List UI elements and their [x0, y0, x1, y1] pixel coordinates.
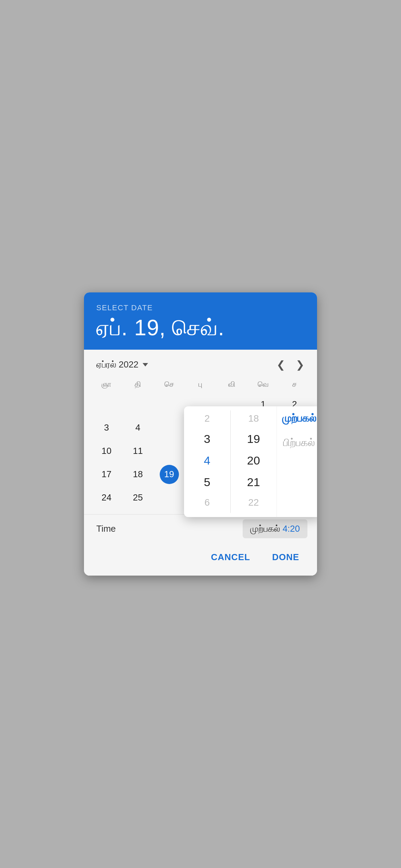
cal-day-10[interactable]: 10: [91, 440, 122, 462]
prev-month-button[interactable]: ❮: [273, 357, 288, 372]
cal-day-19-selected[interactable]: 19: [160, 465, 179, 484]
minute-item-19[interactable]: 19: [231, 428, 277, 450]
minutes-scroll: 18 19 20 21 22: [231, 406, 277, 517]
cal-day-17[interactable]: 17: [91, 463, 122, 485]
hour-item-6[interactable]: 6: [184, 493, 230, 512]
time-label: Time: [96, 523, 116, 534]
cal-day-4[interactable]: 4: [122, 417, 153, 439]
day-header-fri: வெ: [247, 377, 279, 391]
time-picker-overlay[interactable]: 2 3 4 5 6 18 19 20 21 22: [184, 406, 317, 517]
month-year-button[interactable]: ஏப்ரல் 2022: [96, 359, 148, 370]
minute-item-21[interactable]: 21: [231, 471, 277, 493]
month-year-text: ஏப்ரல் 2022: [96, 359, 138, 370]
next-arrow-icon: ❯: [296, 359, 304, 371]
chevron-down-icon: [143, 363, 148, 366]
cancel-button[interactable]: CANCEL: [203, 547, 258, 567]
minute-item-20-selected[interactable]: 20: [231, 450, 277, 471]
prev-arrow-icon: ❮: [277, 359, 285, 371]
minute-item-22[interactable]: 22: [231, 493, 277, 512]
day-header-thu: வி: [216, 377, 247, 391]
cal-day-18[interactable]: 18: [122, 463, 153, 485]
dialog-actions: CANCEL DONE: [84, 543, 317, 576]
ampm-pm[interactable]: பிற்பகல்: [277, 431, 317, 455]
month-nav: ஏப்ரல் 2022 ❮ ❯: [84, 350, 317, 376]
cal-day-3[interactable]: 3: [91, 417, 122, 439]
time-row: Time முற்பகல் 4:20: [84, 514, 317, 543]
nav-arrows: ❮ ❯: [273, 357, 307, 372]
time-ampm-prefix: முற்பகல்: [250, 523, 282, 534]
ampm-column: முற்பகல் பிற்பகல்: [277, 406, 317, 517]
day-header-tue: செ: [154, 377, 185, 391]
minute-item-18[interactable]: 18: [231, 409, 277, 428]
date-time-dialog: SELECT DATE ஏப். 19, செவ். ஏப்ரல் 2022 ❮…: [84, 292, 317, 575]
selected-date-display: ஏப். 19, செவ்.: [96, 316, 305, 340]
day-headers-row: ஞா தி செ பு வி வெ ச: [84, 376, 317, 394]
done-button[interactable]: DONE: [264, 547, 307, 567]
cal-day-25[interactable]: 25: [122, 487, 153, 509]
hour-item-4-selected[interactable]: 4: [184, 450, 230, 471]
time-picker-inner: 2 3 4 5 6 18 19 20 21 22: [184, 406, 317, 517]
ampm-am-selected[interactable]: முற்பகல்: [277, 406, 317, 431]
dialog-header: SELECT DATE ஏப். 19, செவ்.: [84, 292, 317, 349]
hours-column: 2 3 4 5 6: [184, 406, 230, 517]
hour-item-5[interactable]: 5: [184, 471, 230, 493]
day-header-sat: ச: [279, 377, 310, 391]
time-value-button[interactable]: முற்பகல் 4:20: [243, 519, 307, 538]
day-header-wed: பு: [185, 377, 216, 391]
minutes-column: 18 19 20 21 22: [231, 406, 277, 517]
day-header-sun: ஞா: [91, 377, 122, 391]
select-date-label: SELECT DATE: [96, 303, 305, 312]
time-value-display: 4:20: [282, 523, 300, 534]
cal-day-24[interactable]: 24: [91, 487, 122, 509]
day-header-mon: தி: [122, 377, 153, 391]
hour-item-2[interactable]: 2: [184, 409, 230, 428]
hours-scroll: 2 3 4 5 6: [184, 406, 230, 517]
hour-item-3[interactable]: 3: [184, 428, 230, 450]
next-month-button[interactable]: ❯: [292, 357, 307, 372]
cal-day-11[interactable]: 11: [122, 440, 153, 462]
